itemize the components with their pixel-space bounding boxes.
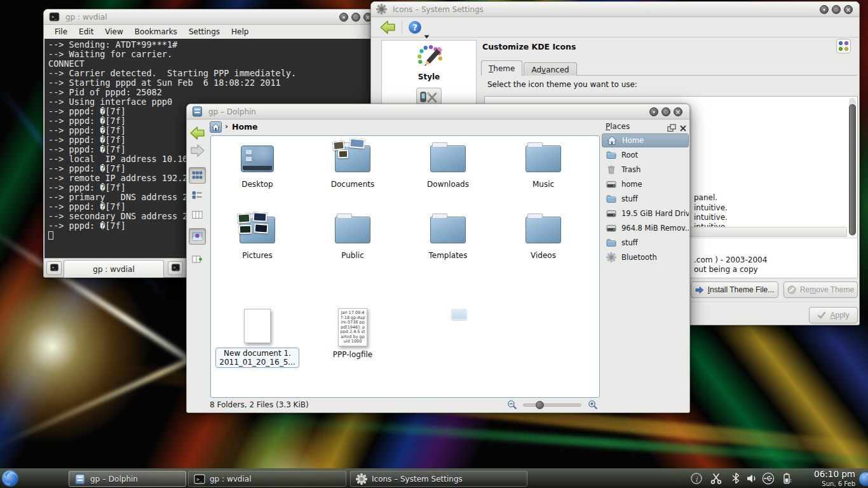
bluetooth-icon[interactable]	[729, 472, 742, 485]
folder-item[interactable]: Music	[496, 140, 591, 189]
maximize-button[interactable]	[661, 107, 670, 116]
places-item-home[interactable]: Home	[602, 133, 689, 147]
home-icon	[212, 121, 220, 133]
app-launcher-button[interactable]	[1, 470, 19, 487]
details-view-button[interactable]	[189, 187, 206, 203]
back-button[interactable]	[189, 124, 206, 142]
menu-help[interactable]: Help	[226, 26, 254, 37]
folder-icon	[430, 146, 466, 172]
places-item-root[interactable]: Root	[602, 148, 689, 162]
terminal-titlebar[interactable]: >_ gp : wvdial	[44, 10, 377, 25]
zoom-in-button[interactable]	[588, 400, 599, 410]
forward-button[interactable]	[189, 142, 206, 159]
terminal-output-line: --> Waiting for carrier.	[48, 50, 377, 59]
info-icon[interactable]: i	[690, 472, 703, 485]
folder-icon	[526, 217, 561, 243]
breadcrumb-home-button[interactable]	[210, 121, 222, 133]
forward-arrow-icon	[190, 144, 205, 158]
dolphin-titlebar[interactable]: gp – Dolphin	[187, 104, 689, 119]
tab-list-button[interactable]: >_	[168, 261, 183, 275]
close-button[interactable]	[674, 107, 682, 116]
scrollbar-thumb[interactable]	[849, 104, 856, 235]
close-button[interactable]	[844, 5, 853, 14]
volume-icon[interactable]	[745, 472, 758, 485]
theme-description-fragment: out being a copy	[694, 265, 758, 274]
folder-item[interactable]: Downloads	[400, 140, 496, 189]
taskbar-task-dolphin[interactable]: gp – Dolphin	[69, 471, 186, 487]
places-item-964-8-mib-remov-[interactable]: 964.8 MiB Remov...	[602, 221, 689, 235]
panel-toolbox-icon[interactable]	[858, 471, 868, 487]
help-button[interactable]: ?	[408, 20, 422, 34]
places-item-19-5-gib-hard-drive[interactable]: 19.5 GiB Hard Drive	[602, 207, 689, 220]
tab-theme[interactable]: Theme	[481, 60, 522, 76]
split-view-button[interactable]	[189, 251, 206, 268]
sidebar-item-style[interactable]: Style	[382, 44, 476, 81]
close-panel-icon[interactable]	[679, 123, 687, 130]
icons-view-button[interactable]	[189, 167, 206, 184]
file-item[interactable]: Jan 17 09:47:18 gp-Aspire-5738 pppd[1946…	[305, 306, 400, 359]
menu-bookmarks[interactable]: Bookmarks	[129, 26, 183, 37]
places-item-stuff[interactable]: stuff	[602, 236, 689, 250]
zoom-slider-thumb[interactable]	[536, 401, 544, 409]
photo-thumbnail	[338, 150, 348, 159]
preview-toggle-button[interactable]	[189, 228, 206, 245]
menu-file[interactable]: File	[49, 26, 73, 37]
file-item[interactable]: New document 1. 2011_01_20_16_5...	[210, 306, 305, 368]
minimize-button[interactable]	[820, 5, 829, 14]
zoom-slider-track[interactable]	[523, 403, 581, 407]
minimize-button[interactable]	[649, 107, 658, 116]
maximize-button[interactable]	[351, 13, 360, 22]
places-item-home[interactable]: home	[602, 177, 689, 191]
taskbar-task-gear[interactable]: Icons – System Settings	[350, 471, 527, 487]
folder-icon	[606, 150, 616, 160]
breadcrumb[interactable]: Home	[232, 122, 258, 132]
system-settings-titlebar[interactable]: Icons – System Settings	[371, 2, 859, 17]
icons-view-icon	[192, 170, 203, 180]
chevron-down-icon[interactable]	[424, 29, 430, 33]
taskbar-task-terminal[interactable]: >_gp : wvdial	[188, 471, 346, 487]
folder-view[interactable]: DesktopDocumentsDownloadsMusicPicturesPu…	[210, 135, 600, 398]
page-title: Customize KDE Icons	[482, 42, 576, 51]
places-item-bluetooth[interactable]: Bluetooth	[602, 250, 689, 264]
apply-button[interactable]: Apply	[809, 307, 858, 323]
places-item-label: Home	[622, 136, 644, 145]
selected-file-label: New document 1. 2011_01_20_16_5...	[215, 348, 299, 368]
scrollbar[interactable]	[849, 98, 856, 236]
minimize-button[interactable]	[339, 13, 348, 22]
folder-icon	[400, 140, 496, 178]
folder-icon	[400, 211, 496, 249]
columns-view-button[interactable]	[189, 207, 206, 223]
task-label: Icons – System Settings	[372, 475, 463, 484]
menu-settings[interactable]: Settings	[183, 26, 226, 37]
install-theme-button[interactable]: Install Theme File...	[691, 281, 778, 298]
klipper-scissors-icon[interactable]	[710, 472, 722, 485]
places-item-stuff[interactable]: stuff	[602, 192, 689, 206]
item-label: Public	[305, 251, 400, 260]
folder-item[interactable]: Public	[305, 211, 400, 260]
detach-panel-icon[interactable]	[667, 123, 676, 131]
usb-device-icon[interactable]	[762, 472, 775, 485]
remove-theme-button[interactable]: Remove Theme	[783, 281, 858, 298]
folder-item[interactable]: Templates	[400, 211, 496, 260]
zoom-out-button[interactable]	[507, 400, 518, 410]
menu-view[interactable]: View	[99, 26, 128, 37]
photo-thumbnail	[254, 223, 269, 233]
maximize-button[interactable]	[832, 5, 841, 14]
folder-item[interactable]: Videos	[496, 211, 591, 260]
menu-edit[interactable]: Edit	[73, 26, 99, 37]
places-item-trash[interactable]: Trash	[602, 163, 689, 177]
new-tab-button[interactable]: >_	[46, 261, 62, 275]
item-label: Pictures	[210, 251, 305, 260]
terminal-icon: >_	[50, 262, 59, 274]
battery-icon[interactable]	[780, 472, 793, 485]
folder-item[interactable]: Documents	[305, 140, 400, 189]
dolphin-icon	[74, 473, 86, 485]
back-button[interactable]	[379, 20, 396, 35]
tab-advanced[interactable]: Advanced	[524, 62, 576, 76]
svg-text:i: i	[695, 475, 698, 484]
svg-text:?: ?	[412, 23, 417, 32]
terminal-tab[interactable]: gp : wvdial	[64, 260, 164, 278]
digital-clock[interactable]: 06:10 pm Sun, 6 Feb	[798, 470, 855, 487]
folder-item[interactable]: Desktop	[210, 140, 305, 189]
folder-item[interactable]: Pictures	[210, 211, 305, 260]
